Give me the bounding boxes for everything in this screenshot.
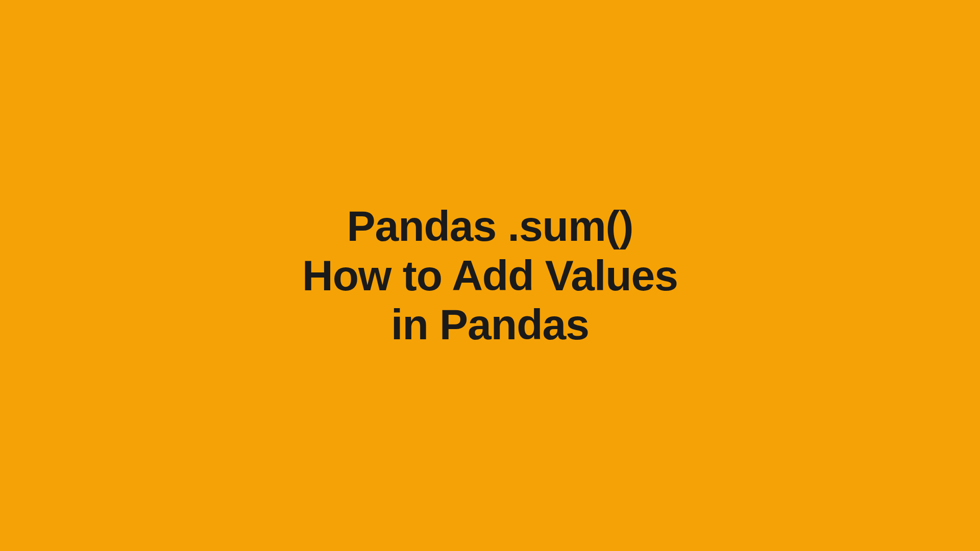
title-slide: Pandas .sum() How to Add Values in Panda… xyxy=(302,202,678,349)
title-line-1: Pandas .sum() xyxy=(302,202,678,251)
title-line-2: How to Add Values xyxy=(302,251,678,300)
title-line-3: in Pandas xyxy=(302,300,678,349)
